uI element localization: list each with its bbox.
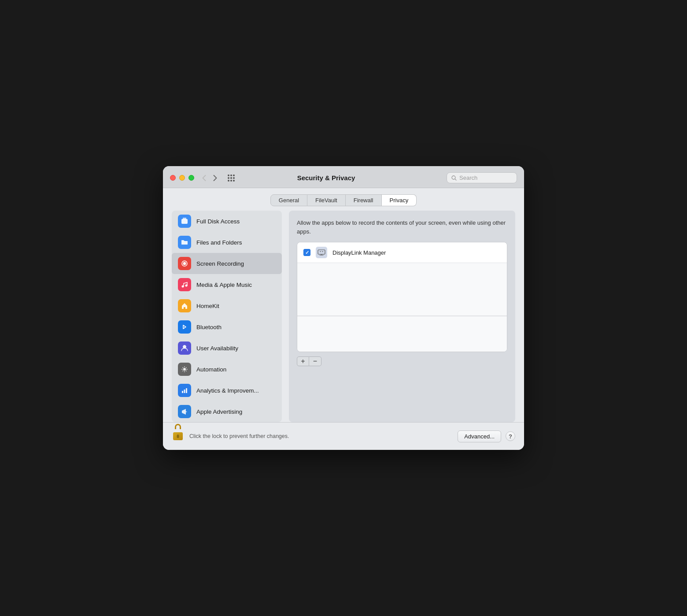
displaylink-app-icon — [316, 247, 327, 258]
sidebar-label-screen-recording: Screen Recording — [196, 260, 244, 267]
apple-advertising-icon — [178, 405, 191, 418]
homekit-icon — [178, 299, 191, 312]
svg-rect-8 — [184, 307, 185, 309]
checkmark-icon: ✓ — [305, 250, 309, 255]
svg-rect-17 — [322, 251, 323, 252]
titlebar: Security & Privacy — [163, 166, 524, 188]
analytics-improvements-icon — [178, 384, 191, 397]
tab-general[interactable]: General — [270, 194, 307, 206]
search-input[interactable] — [459, 174, 512, 181]
sidebar-label-user-availability: User Availability — [196, 345, 238, 352]
tab-firewall[interactable]: Firewall — [346, 194, 382, 206]
footer: Click the lock to prevent further change… — [163, 422, 524, 450]
window-title: Security & Privacy — [206, 174, 447, 182]
svg-line-1 — [455, 179, 457, 180]
sidebar-item-analytics-improvements[interactable]: Analytics & Improvem... — [172, 380, 282, 401]
main-panel: Allow the apps below to record the conte… — [289, 211, 515, 422]
tab-privacy[interactable]: Privacy — [382, 194, 417, 206]
content-area: Full Disk Access Files and Folders Sc — [163, 211, 524, 422]
svg-point-0 — [452, 176, 455, 179]
media-apple-music-icon — [178, 278, 191, 291]
remove-app-button[interactable]: − — [309, 356, 321, 366]
svg-rect-16 — [320, 251, 321, 252]
lock-body — [173, 432, 183, 440]
sidebar-label-full-disk-access: Full Disk Access — [196, 218, 240, 225]
main-window: Security & Privacy General FileVault Fir… — [163, 166, 524, 450]
svg-point-5 — [183, 262, 186, 265]
maximize-button[interactable] — [188, 175, 194, 181]
sidebar-item-full-disk-access[interactable]: Full Disk Access — [172, 211, 282, 232]
sidebar-item-bluetooth[interactable]: Bluetooth — [172, 316, 282, 338]
sidebar: Full Disk Access Files and Folders Sc — [172, 211, 282, 422]
app-list: ✓ DisplayLink Manager — [297, 242, 507, 352]
lock-keyhole — [177, 434, 179, 438]
tab-filevault[interactable]: FileVault — [307, 194, 346, 206]
svg-point-9 — [183, 368, 186, 371]
svg-rect-13 — [318, 250, 325, 254]
app-list-empty-area-1 — [297, 263, 507, 316]
svg-rect-12 — [186, 388, 187, 393]
sidebar-label-files-and-folders: Files and Folders — [196, 239, 242, 246]
lock-shackle — [175, 424, 181, 429]
displaylink-app-name: DisplayLink Manager — [332, 249, 386, 256]
full-disk-access-icon — [178, 215, 191, 228]
screen-recording-icon — [178, 257, 191, 270]
svg-rect-10 — [182, 391, 183, 393]
sidebar-label-media-apple-music: Media & Apple Music — [196, 282, 252, 288]
sidebar-label-automation: Automation — [196, 366, 226, 373]
sidebar-item-automation[interactable]: Automation — [172, 359, 282, 380]
app-list-empty-area-2 — [297, 316, 507, 352]
svg-rect-3 — [183, 218, 186, 220]
app-item-displaylink: ✓ DisplayLink Manager — [297, 242, 507, 263]
sidebar-label-bluetooth: Bluetooth — [196, 324, 222, 330]
bluetooth-icon — [178, 320, 191, 334]
sidebar-label-homekit: HomeKit — [196, 303, 219, 309]
svg-point-7 — [185, 285, 188, 287]
sidebar-label-analytics-improvements: Analytics & Improvem... — [196, 387, 259, 394]
files-and-folders-icon — [178, 236, 191, 249]
tabs-container: General FileVault Firewall Privacy — [163, 188, 524, 211]
sidebar-label-apple-advertising: Apple Advertising — [196, 408, 242, 415]
svg-point-6 — [182, 286, 184, 288]
add-app-button[interactable]: + — [297, 356, 309, 366]
sidebar-item-user-availability[interactable]: User Availability — [172, 338, 282, 359]
sidebar-item-apple-advertising[interactable]: Apple Advertising — [172, 401, 282, 422]
search-bar — [447, 172, 517, 183]
advanced-button[interactable]: Advanced... — [458, 430, 501, 442]
sidebar-item-files-and-folders[interactable]: Files and Folders — [172, 232, 282, 253]
svg-rect-11 — [184, 390, 185, 393]
close-button[interactable] — [170, 175, 176, 181]
user-availability-icon — [178, 341, 191, 355]
traffic-lights — [170, 175, 194, 181]
list-controls: + − — [297, 356, 507, 366]
automation-icon — [178, 363, 191, 376]
help-button[interactable]: ? — [506, 431, 515, 441]
displaylink-checkbox[interactable]: ✓ — [303, 249, 310, 256]
panel-description: Allow the apps below to record the conte… — [297, 219, 507, 236]
sidebar-item-screen-recording[interactable]: Screen Recording — [172, 253, 282, 274]
search-icon — [451, 175, 457, 181]
minimize-button[interactable] — [179, 175, 185, 181]
sidebar-item-media-apple-music[interactable]: Media & Apple Music — [172, 274, 282, 295]
sidebar-item-homekit[interactable]: HomeKit — [172, 295, 282, 316]
lock-button[interactable] — [172, 429, 184, 444]
footer-lock-text: Click the lock to prevent further change… — [189, 433, 458, 439]
